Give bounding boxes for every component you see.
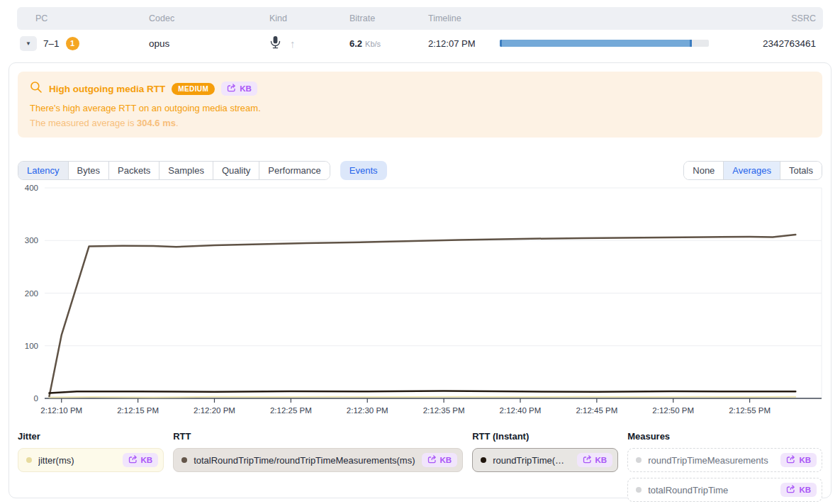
header-kind: Kind	[269, 13, 349, 23]
tab-totals[interactable]: Totals	[780, 162, 822, 179]
bitrate-value: 6.2	[349, 38, 362, 49]
share-icon	[128, 455, 138, 465]
svg-text:2:12:50 PM: 2:12:50 PM	[652, 406, 694, 415]
svg-text:400: 400	[25, 185, 38, 192]
chart-toolbar: Latency Bytes Packets Samples Quality Pe…	[18, 161, 822, 180]
alert-description: There's high average RTT on an outgoing …	[30, 103, 810, 113]
share-icon	[583, 455, 592, 465]
timeline-progress-fill	[500, 40, 692, 47]
pc-label: 7–1	[43, 38, 60, 49]
share-icon	[786, 455, 795, 465]
alert-title: High outgoing media RTT	[49, 84, 165, 94]
svg-text:2:12:20 PM: 2:12:20 PM	[194, 406, 235, 415]
header-timeline: Timeline	[428, 13, 733, 23]
legend-item-jitter[interactable]: jitter(ms) KB	[18, 448, 164, 472]
kb-label: KB	[440, 456, 452, 464]
header-ssrc: SSRC	[733, 13, 816, 23]
chart-legend: Jitter jitter(ms) KB RTT totalRoundTripT…	[18, 431, 822, 502]
kb-label: KB	[141, 456, 153, 464]
share-icon	[227, 84, 236, 94]
share-icon	[427, 455, 437, 465]
timeline-start-cap	[500, 40, 502, 47]
svg-text:200: 200	[25, 289, 38, 298]
stream-row: ▼ 7–1 1 opus ↑ 6.2Kb/s 2:12:07 PM 234276…	[17, 30, 823, 57]
tab-bytes[interactable]: Bytes	[69, 162, 110, 179]
legend-group-rtt: RTT totalRoundTripTime/roundTripTimeMeas…	[173, 431, 463, 472]
svg-text:2:12:30 PM: 2:12:30 PM	[347, 406, 388, 415]
tab-quality[interactable]: Quality	[213, 162, 259, 179]
kb-label: KB	[595, 456, 607, 464]
legend-item-label: totalRoundTripTime	[648, 485, 774, 495]
alert-kb-button[interactable]: KB	[221, 82, 257, 96]
svg-text:2:12:35 PM: 2:12:35 PM	[423, 406, 465, 415]
series-dot	[636, 487, 642, 493]
legend-group-title: RTT (Instant)	[472, 431, 618, 442]
rtt-alert: High outgoing media RTT MEDIUM KB There'…	[18, 72, 822, 138]
legend-group-rtt-instant: RTT (Instant) roundTripTime(ms) KB	[472, 431, 618, 472]
rtt-instant-kb-button[interactable]: KB	[577, 453, 613, 467]
kb-label: KB	[240, 84, 252, 93]
aggregation-tab-group: None Averages Totals	[683, 161, 822, 180]
kb-label: KB	[799, 486, 811, 494]
tab-samples[interactable]: Samples	[159, 162, 213, 179]
legend-group-measures: Measures roundTripTimeMeasurements KB to…	[627, 431, 822, 502]
series-dot	[636, 457, 642, 463]
alert-measured-average: The measured average is 304.6 ms.	[30, 118, 810, 128]
total-rtt-kb-button[interactable]: KB	[780, 483, 817, 497]
timeline-position-marker[interactable]	[690, 40, 692, 47]
collapse-row-button[interactable]: ▼	[20, 36, 37, 51]
tab-none[interactable]: None	[684, 162, 724, 179]
legend-item-label: roundTripTimeMeasurements	[648, 455, 774, 466]
share-icon	[786, 485, 795, 495]
svg-text:0: 0	[34, 394, 38, 403]
legend-item-total-rtt[interactable]: totalRoundTripTime KB	[627, 478, 822, 502]
kb-label: KB	[799, 456, 811, 464]
svg-text:2:12:55 PM: 2:12:55 PM	[729, 406, 771, 415]
tab-packets[interactable]: Packets	[109, 162, 159, 179]
svg-text:2:12:40 PM: 2:12:40 PM	[500, 406, 542, 415]
series-dot	[181, 457, 187, 463]
svg-text:2:12:45 PM: 2:12:45 PM	[576, 406, 617, 415]
timeline-current-time: 2:12:07 PM	[428, 38, 485, 49]
rtt-average-kb-button[interactable]: KB	[422, 453, 458, 467]
legend-item-label: roundTripTime(ms)	[493, 455, 570, 466]
svg-text:2:12:15 PM: 2:12:15 PM	[117, 406, 159, 415]
caret-down-icon: ▼	[26, 40, 31, 47]
svg-text:2:12:25 PM: 2:12:25 PM	[270, 406, 312, 415]
latency-chart-svg: 01002003004002:12:10 PM2:12:15 PM2:12:20…	[18, 185, 824, 419]
microphone-icon	[269, 35, 281, 51]
legend-group-title: Jitter	[18, 431, 164, 442]
tab-averages[interactable]: Averages	[724, 162, 780, 179]
legend-item-label: jitter(ms)	[38, 455, 116, 466]
measurements-kb-button[interactable]: KB	[780, 453, 817, 467]
metric-tab-group: Latency Bytes Packets Samples Quality Pe…	[18, 161, 330, 180]
alert-average-value: 304.6 ms	[137, 118, 176, 128]
stream-detail-panel: High outgoing media RTT MEDIUM KB There'…	[9, 62, 831, 498]
stream-count-badge: 1	[66, 37, 79, 50]
jitter-kb-button[interactable]: KB	[123, 453, 159, 467]
header-pc: PC	[35, 13, 149, 23]
header-bitrate: Bitrate	[349, 13, 428, 23]
svg-text:2:12:10 PM: 2:12:10 PM	[40, 406, 82, 415]
legend-group-title: RTT	[173, 431, 463, 442]
svg-text:100: 100	[25, 342, 38, 350]
events-toggle-button[interactable]: Events	[340, 161, 387, 180]
timeline-scrubber[interactable]	[500, 40, 709, 47]
legend-group-title: Measures	[627, 431, 822, 442]
outbound-arrow-up-icon: ↑	[290, 38, 296, 50]
latency-chart[interactable]: 01002003004002:12:10 PM2:12:15 PM2:12:20…	[18, 185, 822, 422]
svg-text:300: 300	[25, 236, 38, 245]
legend-item-rtt-average[interactable]: totalRoundTripTime/roundTripTimeMeasurem…	[173, 448, 463, 472]
ssrc-value: 2342763461	[733, 38, 816, 49]
header-codec: Codec	[149, 13, 269, 23]
series-dot	[26, 457, 32, 463]
tab-latency[interactable]: Latency	[18, 162, 69, 179]
search-icon	[30, 81, 43, 96]
legend-group-jitter: Jitter jitter(ms) KB	[18, 431, 164, 472]
legend-item-label: totalRoundTripTime/roundTripTimeMeasurem…	[194, 455, 415, 466]
bitrate-unit: Kb/s	[365, 40, 381, 48]
severity-badge: MEDIUM	[172, 83, 215, 95]
tab-performance[interactable]: Performance	[259, 162, 329, 179]
legend-item-rtt-measurements[interactable]: roundTripTimeMeasurements KB	[627, 448, 822, 472]
legend-item-rtt-instant[interactable]: roundTripTime(ms) KB	[472, 448, 618, 472]
